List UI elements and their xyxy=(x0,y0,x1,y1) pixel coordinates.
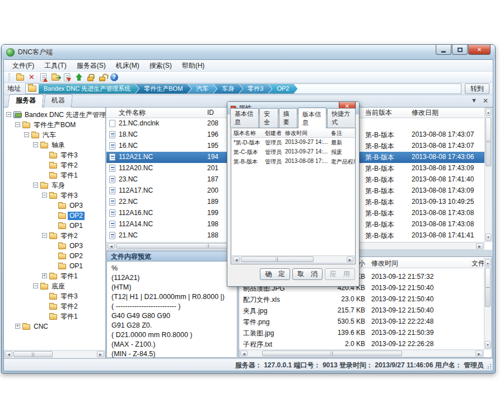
menu-item[interactable]: 机床(M) xyxy=(111,60,144,72)
tree-toggle[interactable]: − xyxy=(33,283,38,288)
apply-button[interactable]: 应 用 xyxy=(325,268,355,280)
tree-toggle[interactable]: − xyxy=(6,112,11,117)
menu-item[interactable]: 搜索(S) xyxy=(144,60,177,72)
toolbar-unlock-button[interactable] xyxy=(96,72,108,82)
tree-toggle[interactable]: − xyxy=(24,132,29,137)
breadcrumb-segment[interactable]: 零件3 xyxy=(239,83,272,94)
column-header-name[interactable]: 文件名称 xyxy=(119,108,146,118)
tree-item-label: OP3 xyxy=(68,242,85,250)
tab-version-info[interactable]: 版本信息 xyxy=(298,108,326,128)
list-item[interactable]: 子程序.txt2.0 KB2013-09-12 22:26:28 xyxy=(239,339,483,349)
file-list-vscrollbar[interactable]: ▲ ▼ xyxy=(484,108,492,242)
tree-hscrollbar[interactable]: ◀ ▶ xyxy=(4,350,105,358)
tree-toggle[interactable]: − xyxy=(33,183,38,188)
tree-item[interactable]: +零件1 xyxy=(4,271,105,281)
menu-item[interactable]: 服务器(S) xyxy=(72,60,111,72)
tree-toggle[interactable]: − xyxy=(42,193,47,198)
toolbar-delete-button[interactable]: ✕ xyxy=(26,72,38,82)
tree-item[interactable]: −轴承 xyxy=(4,140,105,150)
title-bar[interactable]: DNC客户端 ✕ xyxy=(2,45,495,59)
tree-item-label: OP3 xyxy=(68,202,85,210)
toolbar-help-button[interactable]: ? xyxy=(108,72,120,82)
toolbar-lock-button[interactable] xyxy=(85,72,96,82)
maximize-button[interactable] xyxy=(452,45,468,55)
tree-item[interactable]: −零件生产BOM xyxy=(4,120,105,130)
go-button[interactable]: 转到 xyxy=(465,83,489,94)
ok-button[interactable]: 确 定 xyxy=(260,268,290,280)
tree-item[interactable]: −Bandex DNC 先进生产管理系统 xyxy=(4,110,105,120)
tab-shortcut[interactable]: 快捷方式 xyxy=(327,108,356,128)
minimize-button[interactable] xyxy=(436,45,451,55)
tree-item[interactable]: OP3 xyxy=(4,241,105,251)
tree-item[interactable]: −零件3 xyxy=(4,190,105,200)
tree-item[interactable]: −零件2 xyxy=(4,231,105,241)
tree-item[interactable]: −车身 xyxy=(4,180,105,190)
column-header-modified[interactable]: 修改时间 xyxy=(371,259,398,268)
attachment-hscrollbar[interactable]: ◀ ▶ xyxy=(239,349,484,357)
version-row[interactable]: 第-C-版本管理员2013-09-27 14:...报废 xyxy=(231,147,355,157)
tree-toggle[interactable]: − xyxy=(42,233,47,238)
tree-item[interactable]: 零件2 xyxy=(4,160,105,170)
tree-item[interactable]: +CNC xyxy=(4,321,105,332)
tree-item[interactable]: −汽车 xyxy=(4,130,105,140)
version-row[interactable]: *第-D-版本管理员2013-09-27 14:...最新 xyxy=(231,138,355,147)
column-header-modified-time[interactable]: 修改时间 xyxy=(285,129,307,137)
menu-item[interactable]: 文件(F) xyxy=(7,60,39,72)
folder-icon xyxy=(49,163,57,169)
menu-item[interactable]: 帮助(H) xyxy=(177,60,210,72)
tree-toggle[interactable]: + xyxy=(15,324,20,329)
tab-machine[interactable]: 机器 xyxy=(44,94,73,108)
folder-icon xyxy=(49,294,57,300)
preview-line: (MIN - Z-84.5) xyxy=(111,349,232,359)
tree-item[interactable]: 零件3 xyxy=(4,291,105,301)
tab-basic-info[interactable]: 基本信息 xyxy=(230,108,259,128)
resize-grip[interactable] xyxy=(486,364,491,369)
tab-security[interactable]: 安全 xyxy=(259,108,278,128)
tree-item[interactable]: 零件3 xyxy=(4,150,105,160)
version-row[interactable]: 第-B-版本管理员2013-08-08 17:...老产品程序 xyxy=(231,157,355,166)
column-header-version-name[interactable]: 版本名称 xyxy=(234,129,256,137)
menu-item[interactable]: 工具(T) xyxy=(39,60,71,72)
tree-item[interactable]: OP1 xyxy=(4,261,105,271)
toolbar-download-file-button[interactable] xyxy=(61,72,73,82)
column-header-note[interactable]: 备注 xyxy=(331,129,342,137)
tree-item[interactable]: −底座 xyxy=(4,281,105,291)
breadcrumb-segment[interactable]: 汽车 xyxy=(187,83,217,94)
tree-item[interactable]: OP3 xyxy=(4,200,105,211)
tree-toggle[interactable]: − xyxy=(15,122,20,127)
tree-toggle[interactable]: − xyxy=(33,142,38,147)
tab-summary[interactable]: 摘要 xyxy=(279,108,298,128)
tree-item[interactable]: OP2 xyxy=(4,211,105,221)
chevron-down-icon[interactable]: ▼ xyxy=(471,97,477,105)
breadcrumb-segment[interactable]: OP2 xyxy=(268,83,297,94)
close-button[interactable]: ✕ xyxy=(468,45,491,55)
toolbar-upload-file-button[interactable] xyxy=(38,72,49,82)
column-header-version[interactable]: 当前版本 xyxy=(365,108,392,118)
list-item[interactable]: 夹具.jpg215.7 KB2013-09-12 21:50:40 xyxy=(239,305,483,316)
toolbar-new-folder-button[interactable] xyxy=(14,72,26,82)
column-header-date[interactable]: 修改日期 xyxy=(412,108,438,118)
close-panel-icon[interactable]: ✕ xyxy=(483,97,488,105)
address-field[interactable]: Bandex DNC 先进生产管理系统零件生产BOM汽车车身零件3OP2 xyxy=(25,83,461,94)
tree-item[interactable]: 零件1 xyxy=(4,311,105,321)
list-item[interactable]: 零件.png530.5 KB2013-09-12 22:22:48 xyxy=(239,316,483,328)
breadcrumb-segment[interactable]: 车身 xyxy=(213,83,242,94)
column-header-id[interactable]: ID xyxy=(207,108,214,118)
tree-item[interactable]: 零件1 xyxy=(4,170,105,180)
toolbar-send-folder-button[interactable]: ➜ xyxy=(49,72,61,82)
tab-server[interactable]: 服务器 xyxy=(8,94,44,108)
file-date: 2013-09-13 10:49:25 xyxy=(412,198,474,206)
attachment-vscrollbar[interactable]: ▲ ▼ xyxy=(484,258,492,349)
tree-item[interactable]: OP2 xyxy=(4,251,105,261)
column-header-creator[interactable]: 创建者 xyxy=(265,129,282,137)
tree-item[interactable]: OP1 xyxy=(4,221,105,231)
breadcrumb-segment[interactable]: Bandex DNC 先进生产管理系统 xyxy=(39,83,139,94)
breadcrumb-segment[interactable]: 零件生产BOM xyxy=(135,83,191,94)
tree-item[interactable]: 零件2 xyxy=(4,301,105,311)
cancel-button[interactable]: 取 消 xyxy=(292,268,323,280)
list-item[interactable]: 工装图.jpg139.6 KB2013-09-12 21:50:39 xyxy=(239,328,483,339)
tree-toggle[interactable]: + xyxy=(42,273,47,278)
dialog-hscrollbar[interactable]: ◀ ▶ xyxy=(232,255,354,263)
toolbar-check-in-button[interactable] xyxy=(73,72,85,82)
list-item[interactable]: 配刀文件.xls23.0 KB2013-09-12 21:50:40 xyxy=(239,294,483,305)
